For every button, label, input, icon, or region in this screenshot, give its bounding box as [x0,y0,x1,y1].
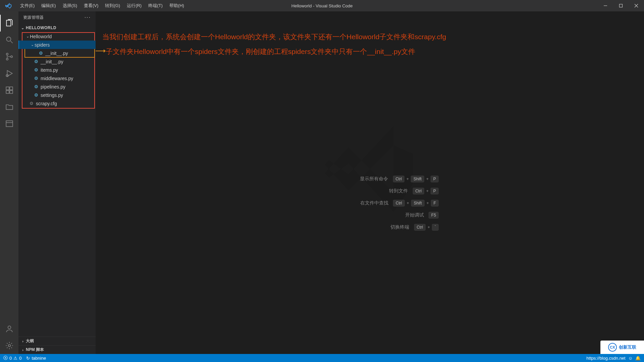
menu-bar: 文件(E) 编辑(E) 选择(S) 查看(V) 转到(G) 运行(R) 终端(T… [17,3,187,9]
tree-file-spiders-init[interactable]: ⚙ __init__.py [18,49,96,57]
file-label: scrapy.cfg [36,101,57,106]
menu-file[interactable]: 文件(E) [17,3,38,9]
status-problems[interactable]: ⓧ0 ⚠0 [3,355,21,361]
sidebar-section-outline[interactable]: › 大纲 [18,337,96,345]
tree-file-settings[interactable]: ⚙ settings.py [18,91,96,99]
section-label: NPM 脚本 [26,347,44,353]
shortcut-label: 切换终端 [322,224,409,230]
menu-terminal[interactable]: 终端(T) [145,3,166,9]
activity-run-debug[interactable] [0,65,18,82]
file-label: items.py [41,67,58,73]
menu-help[interactable]: 帮助(H) [166,3,187,9]
error-icon: ⓧ [3,355,8,361]
activity-explorer[interactable] [0,15,18,32]
annotation-arrow-icon [96,48,106,54]
shortcut-row: 切换终端 Ctrl+ ` [301,224,439,231]
explorer-header: 资源管理器 ··· [18,11,96,23]
minimize-button[interactable] [598,0,613,11]
shortcut-row: 显示所有命令 Ctrl+ Shift+ P [301,176,439,182]
sync-icon: ↻ [26,356,30,361]
shortcut-keys: F5 [429,212,439,219]
svg-marker-9 [7,70,12,76]
shortcut-row: 开始调试 F5 [301,212,439,219]
activity-account[interactable] [0,320,18,337]
shortcut-label: 显示所有命令 [301,176,388,182]
status-tabnine[interactable]: ↻ tabnine [26,356,46,361]
tree-file-middlewares[interactable]: ⚙ middlewares.py [18,74,96,82]
warning-icon: ⚠ [13,356,17,361]
close-button[interactable] [629,0,644,11]
svg-point-7 [6,58,8,60]
svg-marker-20 [104,49,106,53]
file-label: settings.py [41,93,63,98]
title-bar: 文件(E) 编辑(E) 选择(S) 查看(V) 转到(G) 运行(R) 终端(T… [0,0,644,11]
config-file-icon: ⚙ [29,101,35,106]
svg-point-8 [10,56,12,57]
svg-point-6 [6,53,8,55]
key: F5 [429,212,439,219]
corner-logo-icon: CX [608,343,617,352]
key: P [431,176,439,182]
explorer-more-icon[interactable]: ··· [85,14,91,20]
feedback-icon[interactable]: ☺ [628,356,633,361]
explorer-root[interactable]: HELLOWORLD [18,23,96,32]
welcome-shortcuts: 显示所有命令 Ctrl+ Shift+ P 转到文件 Ctrl+ P 在文件中查… [301,176,439,231]
status-url: https://blog.csdn.net [586,356,625,361]
tree-folder-spiders[interactable]: ⌄ spiders [18,41,96,49]
tree-folder-helloworld[interactable]: ⌄ Helloworld [18,32,96,41]
svg-rect-1 [620,4,623,7]
tree-file-pipelines[interactable]: ⚙ pipelines.py [18,82,96,91]
python-file-icon: ⚙ [33,93,39,98]
chevron-right-icon: › [20,339,25,343]
shortcut-keys: Ctrl+ Shift+ P [393,176,439,182]
shortcut-keys: Ctrl+ Shift+ F [393,200,439,206]
folder-label: Helloworld [30,34,52,39]
activity-panel[interactable] [0,115,18,132]
svg-rect-14 [10,90,13,94]
activity-bar [0,11,18,354]
file-label: middlewares.py [41,76,73,81]
svg-point-18 [8,345,10,347]
menu-edit[interactable]: 编辑(E) [38,3,59,9]
key: Shift [411,200,424,206]
svg-rect-11 [6,87,9,90]
menu-go[interactable]: 转到(G) [102,3,123,9]
menu-view[interactable]: 查看(V) [80,3,102,9]
maximize-button[interactable] [613,0,629,11]
activity-source-control[interactable] [0,48,18,65]
tree-file-items[interactable]: ⚙ items.py [18,66,96,74]
shortcut-label: 在文件中查找 [301,200,388,206]
activity-search[interactable] [0,32,18,48]
key: P [431,188,439,194]
sidebar-section-npm[interactable]: › NPM 脚本 [18,345,96,354]
svg-line-5 [10,41,13,43]
activity-settings[interactable] [0,337,18,354]
shortcut-row: 转到文件 Ctrl+ P [301,188,439,194]
tree-file-init[interactable]: ⚙ __init__.py [18,57,96,66]
activity-extensions[interactable] [0,82,18,99]
chevron-down-icon: ⌄ [30,43,35,47]
shortcut-label: 转到文件 [321,188,408,194]
section-label: 大纲 [26,338,34,344]
menu-run[interactable]: 运行(R) [123,3,145,9]
key: Ctrl [393,200,405,206]
corner-logo-text: 创新互联 [619,344,636,350]
svg-point-4 [6,37,11,41]
tree-file-scrapy-cfg[interactable]: ⚙ scrapy.cfg [18,99,96,108]
bell-icon[interactable]: 🔔 [635,356,641,361]
svg-rect-15 [6,121,13,126]
python-file-icon: ⚙ [38,51,44,56]
shortcut-keys: Ctrl+ ` [414,224,439,231]
python-file-icon: ⚙ [33,76,39,81]
key: Ctrl [393,176,405,182]
vscode-logo-icon [0,2,17,9]
key: F [431,200,439,206]
explorer-sidebar: 资源管理器 ··· HELLOWORLD ⌄ Helloworld ⌄ spid… [18,11,96,354]
svg-rect-12 [10,87,13,90]
activity-folder[interactable] [0,99,18,115]
menu-select[interactable]: 选择(S) [59,3,80,9]
warning-count: 0 [19,356,21,361]
file-label: __init__.py [41,59,63,64]
root-folder-label: HELLOWORLD [26,25,56,30]
key: Shift [411,176,424,182]
